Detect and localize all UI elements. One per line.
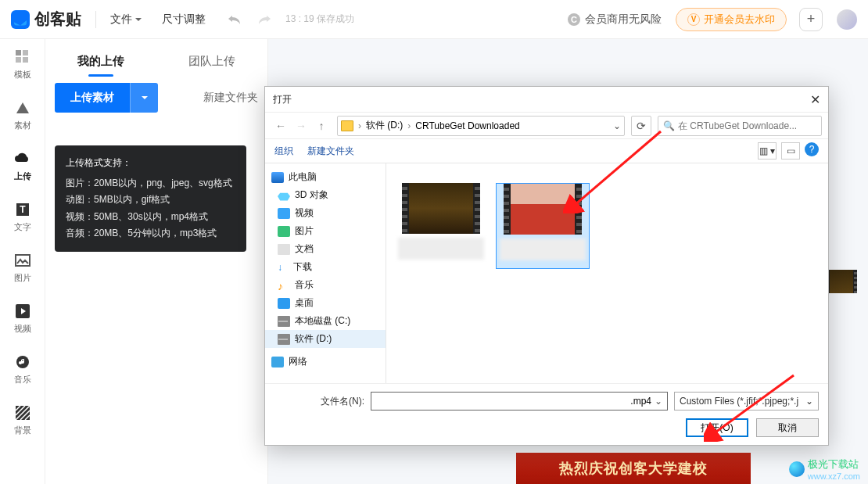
tree-drive-d[interactable]: 软件 (D:) xyxy=(265,330,386,348)
sidebar-item-material[interactable]: 素材 xyxy=(14,99,31,131)
search-icon: 🔍 xyxy=(663,120,675,131)
undo-button[interactable] xyxy=(226,11,243,28)
nav-forward: → xyxy=(292,117,310,135)
help-button[interactable]: ? xyxy=(805,142,819,156)
logo-text: 创客贴 xyxy=(34,9,81,30)
dialog-footer: 文件名(N): ⌄ Custom Files (*.jfif;*.pjpeg;*… xyxy=(265,383,828,445)
crumb-drive[interactable]: 软件 (D:) xyxy=(366,119,403,132)
vip-button[interactable]: V 开通会员去水印 xyxy=(676,8,787,31)
tree-drive-c[interactable]: 本地磁盘 (C:) xyxy=(265,312,386,330)
documents-icon xyxy=(278,244,290,255)
drive-icon xyxy=(278,334,290,345)
copyright-icon: C xyxy=(568,13,580,26)
sidebar-item-background[interactable]: 背景 xyxy=(14,404,31,436)
pc-icon xyxy=(271,172,284,183)
crumb-folder[interactable]: CRTubeGet Downloaded xyxy=(415,120,519,131)
open-button[interactable]: 打开(O) xyxy=(686,418,748,437)
pictures-icon xyxy=(278,226,290,237)
triangle-icon xyxy=(14,99,31,117)
upload-dropdown[interactable] xyxy=(130,83,158,113)
sidebar-item-video[interactable]: 视频 xyxy=(14,303,31,335)
file-menu[interactable]: 文件 xyxy=(110,13,142,27)
cube-icon xyxy=(278,190,290,201)
dialog-nav: ← → ↑ › 软件 (D:) › CRTubeGet Downloaded ⌄… xyxy=(265,112,828,138)
upload-button[interactable]: 上传素材 xyxy=(55,83,130,113)
tree-documents[interactable]: 文档 xyxy=(265,240,386,258)
sidebar-item-text[interactable]: T文字 xyxy=(14,201,31,233)
dialog-toolbar: 组织 新建文件夹 ▥ ▾ ▭ ? xyxy=(265,138,828,163)
search-box[interactable]: 🔍 xyxy=(658,116,822,136)
file-name-obscured xyxy=(398,238,484,260)
organise-menu[interactable]: 组织 xyxy=(274,145,293,158)
dialog-body: 此电脑 3D 对象 视频 图片 文档 下载 ♪音乐 桌面 本地磁盘 (C:) 软… xyxy=(265,163,828,383)
file-item[interactable] xyxy=(394,183,488,269)
member-notice[interactable]: C 会员商用无风险 xyxy=(568,13,662,27)
svg-rect-1 xyxy=(23,50,28,56)
tree-3d-objects[interactable]: 3D 对象 xyxy=(265,186,386,204)
nav-up[interactable]: ↑ xyxy=(312,117,331,135)
svg-rect-6 xyxy=(16,255,30,266)
tree-pictures[interactable]: 图片 xyxy=(265,222,386,240)
add-button[interactable]: + xyxy=(799,8,823,31)
image-icon xyxy=(14,252,31,269)
tree-this-pc[interactable]: 此电脑 xyxy=(265,168,386,186)
svg-rect-0 xyxy=(16,50,21,56)
new-folder-link[interactable]: 新建文件夹 xyxy=(203,83,258,113)
search-input[interactable] xyxy=(678,120,816,131)
size-menu[interactable]: 尺寸调整 xyxy=(162,13,206,27)
upload-format-tooltip: 上传格式支持： 图片：20MB以内，png、jpeg、svg格式 动图：5MB以… xyxy=(55,145,246,252)
music-icon: ♪ xyxy=(278,280,290,291)
breadcrumb[interactable]: › 软件 (D:) › CRTubeGet Downloaded ⌄ xyxy=(337,116,625,136)
filename-field[interactable]: ⌄ xyxy=(371,392,668,411)
cancel-button[interactable]: 取消 xyxy=(756,418,819,437)
file-type-filter[interactable]: Custom Files (*.jfif;*.pjpeg;*.j⌄ xyxy=(674,392,819,411)
filename-label: 文件名(N): xyxy=(274,395,364,408)
mini-video-thumbnail xyxy=(826,270,857,293)
dialog-title: 打开 xyxy=(273,93,292,106)
tree-downloads[interactable]: 下载 xyxy=(265,258,386,276)
logo-icon xyxy=(11,10,30,29)
upload-tabs: 我的上传 团队上传 xyxy=(45,39,267,83)
svg-rect-2 xyxy=(16,57,21,63)
left-sidebar: 模板 素材 上传 T文字 图片 视频 音乐 背景 xyxy=(0,39,45,484)
file-name-obscured xyxy=(500,238,586,260)
music-icon xyxy=(14,353,31,371)
videos-icon xyxy=(278,208,290,219)
logo[interactable]: 创客贴 xyxy=(11,9,81,30)
refresh-button[interactable]: ⟳ xyxy=(631,116,651,136)
downloads-icon xyxy=(278,262,289,273)
view-mode-button[interactable]: ▥ ▾ xyxy=(758,142,777,160)
upload-panel: 我的上传 团队上传 上传素材 新建文件夹 xyxy=(45,39,268,484)
sidebar-item-upload[interactable]: 上传 xyxy=(14,150,31,182)
tab-team-upload[interactable]: 团队上传 xyxy=(156,39,267,83)
grid-icon xyxy=(14,48,31,66)
dialog-titlebar: 打开 ✕ xyxy=(265,87,828,112)
tab-my-upload[interactable]: 我的上传 xyxy=(45,39,156,83)
path-dropdown[interactable]: ⌄ xyxy=(613,120,621,131)
close-button[interactable]: ✕ xyxy=(810,92,820,107)
nav-back[interactable]: ← xyxy=(271,117,290,135)
file-list[interactable] xyxy=(386,163,828,383)
tree-network[interactable]: 网络 xyxy=(265,353,386,371)
sidebar-item-template[interactable]: 模板 xyxy=(14,48,31,81)
tree-desktop[interactable]: 桌面 xyxy=(265,294,386,312)
top-bar: 创客贴 文件 尺寸调整 13 : 19 保存成功 C 会员商用无风险 V 开通会… xyxy=(0,0,868,39)
divider xyxy=(95,11,96,28)
tree-music[interactable]: ♪音乐 xyxy=(265,276,386,294)
avatar[interactable] xyxy=(837,9,857,30)
preview-pane-button[interactable]: ▭ xyxy=(781,142,800,160)
filename-dropdown[interactable]: ⌄ xyxy=(655,396,662,407)
new-folder-button[interactable]: 新建文件夹 xyxy=(307,145,354,158)
redo-button[interactable] xyxy=(256,11,273,28)
chevron-down-icon xyxy=(135,18,142,24)
folder-icon xyxy=(341,120,353,131)
desktop-icon xyxy=(278,298,290,309)
tree-videos[interactable]: 视频 xyxy=(265,204,386,222)
sidebar-item-image[interactable]: 图片 xyxy=(14,252,31,284)
file-open-dialog: 打开 ✕ ← → ↑ › 软件 (D:) › CRTubeGet Downloa… xyxy=(264,86,829,446)
filename-input[interactable] xyxy=(376,396,655,407)
sidebar-item-music[interactable]: 音乐 xyxy=(14,353,31,385)
cloud-upload-icon xyxy=(14,150,31,167)
hatch-icon xyxy=(14,404,31,421)
file-item-selected[interactable] xyxy=(496,183,590,269)
